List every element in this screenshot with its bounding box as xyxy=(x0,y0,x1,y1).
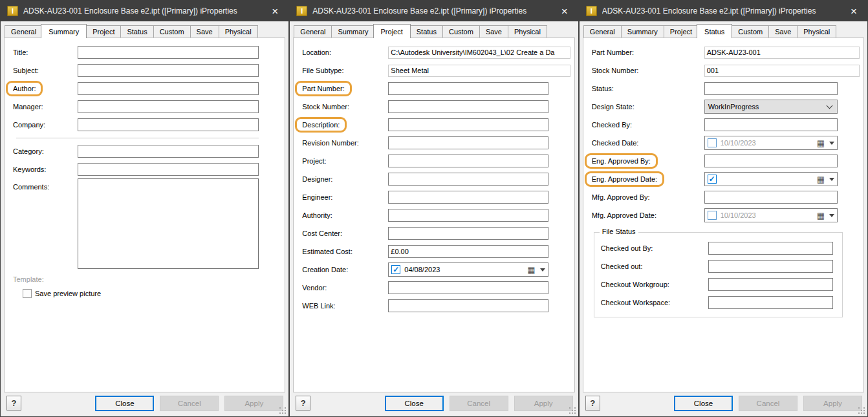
creation-date-date-picker[interactable]: ✓04/08/2023▦ xyxy=(388,262,548,277)
project-input[interactable] xyxy=(388,155,548,167)
checked-date-checkbox-unchecked[interactable] xyxy=(708,138,717,147)
subject-label: Subject: xyxy=(13,65,39,76)
tab-summary-active[interactable]: Summary xyxy=(41,24,87,38)
subject-input[interactable] xyxy=(78,64,259,77)
project-label-cell: Project: xyxy=(302,155,388,167)
tab-save[interactable]: Save xyxy=(190,25,219,37)
dropdown-arrow-icon[interactable] xyxy=(540,268,545,272)
tab-summary[interactable]: Summary xyxy=(621,25,664,37)
iproperties-window-summary: IADSK-AU23-001 Enclosure Base e2.ipt ([P… xyxy=(0,0,289,417)
mfg-approved-date-row: Mfg. Approved Date:10/10/2023▦ xyxy=(583,206,863,224)
checked-by-input[interactable] xyxy=(704,118,838,131)
checkout-workspace-input[interactable] xyxy=(708,296,833,309)
dropdown-arrow-icon[interactable] xyxy=(829,214,834,217)
checked-date-date-picker[interactable]: 10/10/2023▦ xyxy=(704,136,838,150)
checked-out-input[interactable] xyxy=(708,260,833,273)
tab-custom[interactable]: Custom xyxy=(153,25,191,37)
revision-number-input[interactable] xyxy=(388,136,548,149)
stock-number-row: Stock Number:001 xyxy=(583,61,863,80)
tab-summary[interactable]: Summary xyxy=(331,25,374,37)
iproperties-dialog-group: IADSK-AU23-001 Enclosure Base e2.ipt ([P… xyxy=(0,0,868,417)
help-button[interactable]: ? xyxy=(585,396,600,411)
engineer-input[interactable] xyxy=(388,191,548,204)
company-input[interactable] xyxy=(78,118,259,131)
part-number-input[interactable] xyxy=(388,82,548,95)
calendar-icon[interactable]: ▦ xyxy=(817,175,825,184)
keywords-input[interactable] xyxy=(78,163,259,176)
tab-status-active[interactable]: Status xyxy=(697,24,732,38)
tab-physical[interactable]: Physical xyxy=(219,25,258,37)
help-button[interactable]: ? xyxy=(6,396,21,411)
eng-approved-date-date-picker[interactable]: ✓▦ xyxy=(704,172,838,186)
cancel-button-disabled: Cancel xyxy=(450,396,508,411)
dropdown-arrow-icon[interactable] xyxy=(829,142,834,145)
part-number-label-cell: Part Number: xyxy=(592,47,704,58)
calendar-icon[interactable]: ▦ xyxy=(817,139,825,147)
estimated-cost-input[interactable] xyxy=(388,245,548,258)
file-status-legend: File Status xyxy=(600,228,638,235)
save-preview-picture-checkbox[interactable] xyxy=(23,289,32,298)
tab-custom[interactable]: Custom xyxy=(442,25,480,37)
checked-by-field xyxy=(704,118,838,131)
resize-grip[interactable] xyxy=(279,407,287,414)
tab-project[interactable]: Project xyxy=(664,25,699,37)
tab-physical[interactable]: Physical xyxy=(508,25,547,37)
stock-number-input[interactable] xyxy=(388,100,548,113)
eng-approved-by-input[interactable] xyxy=(704,155,838,167)
category-input[interactable] xyxy=(78,145,259,158)
authority-input[interactable] xyxy=(388,209,548,222)
window-titlebar[interactable]: IADSK-AU23-001 Enclosure Base e2.ipt ([P… xyxy=(290,1,578,21)
mfg-approved-date-label-cell: Mfg. Approved Date: xyxy=(592,209,704,221)
inventor-part-icon: I xyxy=(296,6,307,16)
window-titlebar[interactable]: IADSK-AU23-001 Enclosure Base e2.ipt ([P… xyxy=(580,1,867,21)
mfg-approved-date-checkbox-unchecked[interactable] xyxy=(708,211,717,220)
close-button[interactable]: Close xyxy=(674,396,733,411)
status-input[interactable] xyxy=(704,82,838,95)
title-input[interactable] xyxy=(78,46,259,59)
tab-physical[interactable]: Physical xyxy=(797,25,836,37)
resize-grip[interactable] xyxy=(569,407,576,414)
design-state-row: Design State:WorkInProgress xyxy=(583,98,863,116)
checked-out-by-label: Checked out By: xyxy=(601,242,653,254)
window-close-button[interactable]: × xyxy=(556,3,573,19)
vendor-label-cell: Vendor: xyxy=(302,282,388,294)
close-button[interactable]: Close xyxy=(95,396,154,411)
comments-textarea[interactable] xyxy=(78,178,259,269)
tab-general[interactable]: General xyxy=(5,25,43,37)
vendor-input[interactable] xyxy=(388,281,548,294)
dropdown-arrow-icon[interactable] xyxy=(829,178,834,181)
description-input[interactable] xyxy=(388,118,548,131)
creation-date-checkbox-checked[interactable]: ✓ xyxy=(391,265,400,274)
close-button[interactable]: Close xyxy=(385,396,444,411)
eng-approved-date-checkbox-checked[interactable]: ✓ xyxy=(708,175,717,184)
checkout-workgroup-input[interactable] xyxy=(708,278,833,291)
tab-project[interactable]: Project xyxy=(86,25,121,37)
designer-input[interactable] xyxy=(388,173,548,186)
tab-save[interactable]: Save xyxy=(768,25,797,37)
window-close-button[interactable]: × xyxy=(266,3,283,19)
checked-out-by-input[interactable] xyxy=(708,242,833,255)
window-titlebar[interactable]: IADSK-AU23-001 Enclosure Base e2.ipt ([P… xyxy=(1,1,288,21)
calendar-icon[interactable]: ▦ xyxy=(527,266,535,274)
checked-date-value: 10/10/2023 xyxy=(721,139,813,147)
tab-custom[interactable]: Custom xyxy=(732,25,769,37)
mfg-approved-date-date-picker[interactable]: 10/10/2023▦ xyxy=(704,208,838,222)
author-input[interactable] xyxy=(78,82,259,95)
tab-strip: GeneralSummaryProjectStatusCustomSavePhy… xyxy=(290,21,578,37)
tab-general[interactable]: General xyxy=(583,25,622,37)
company-label: Company: xyxy=(13,119,45,131)
resize-grip[interactable] xyxy=(858,407,865,414)
design-state-dropdown[interactable]: WorkInProgress xyxy=(704,100,838,114)
web-link-input[interactable] xyxy=(388,299,548,312)
tab-save[interactable]: Save xyxy=(479,25,508,37)
mfg-approved-by-input[interactable] xyxy=(704,191,838,204)
tab-status[interactable]: Status xyxy=(120,25,153,37)
cost-center-input[interactable] xyxy=(388,227,548,240)
calendar-icon[interactable]: ▦ xyxy=(817,211,825,220)
tab-status[interactable]: Status xyxy=(410,25,443,37)
tab-project-active[interactable]: Project xyxy=(373,24,411,38)
manager-input[interactable] xyxy=(78,100,259,113)
window-close-button[interactable]: × xyxy=(845,3,862,19)
help-button[interactable]: ? xyxy=(296,396,310,411)
tab-general[interactable]: General xyxy=(294,25,332,37)
